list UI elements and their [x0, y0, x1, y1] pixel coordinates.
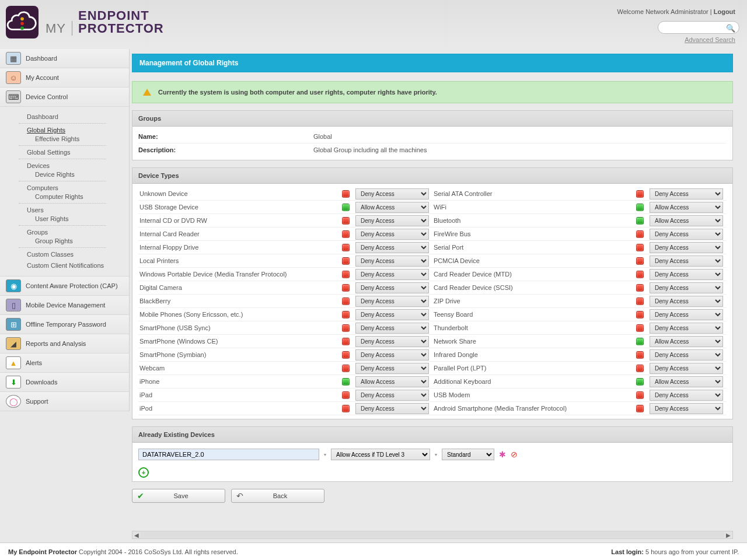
status-deny-icon — [342, 405, 350, 412]
add-device-button[interactable]: + — [138, 467, 149, 478]
sidebar-item-cap[interactable]: ◉Content Aware Protection (CAP) — [0, 276, 129, 296]
subnav-computers[interactable]: Computers — [27, 184, 58, 191]
back-button[interactable]: ↶Back — [231, 489, 324, 503]
device-access-select[interactable]: Allow Access — [650, 336, 723, 347]
subnav-global-rights[interactable]: Global Rights — [27, 127, 65, 134]
device-type-row: Infrared DongleDeny Access — [432, 348, 727, 362]
existing-device-name-input[interactable] — [138, 449, 319, 460]
device-access-select[interactable]: Deny Access — [355, 229, 429, 240]
device-access-select[interactable]: Deny Access — [355, 282, 429, 293]
device-access-select[interactable]: Deny Access — [355, 336, 429, 347]
logout-link[interactable]: Logout — [714, 8, 735, 15]
sidebar-item-otp[interactable]: ⊞Offline Temporary Password — [0, 315, 129, 334]
device-access-select[interactable]: Allow Access — [650, 376, 723, 387]
status-deny-icon — [342, 284, 350, 292]
device-access-select[interactable]: Deny Access — [355, 296, 429, 307]
subnav-dashboard[interactable]: Dashboard — [27, 113, 58, 120]
subnav-custom-classes[interactable]: Custom Classes — [27, 251, 74, 258]
device-access-select[interactable]: Deny Access — [355, 390, 429, 401]
download-icon: ⬇ — [6, 376, 21, 388]
subnav-users[interactable]: Users — [27, 206, 44, 214]
sidebar-item-device-control[interactable]: ⌨Device Control — [0, 88, 129, 107]
device-type-row: Internal Card ReaderDeny Access — [138, 228, 432, 241]
svg-point-2 — [20, 27, 24, 30]
device-access-select[interactable]: Deny Access — [650, 188, 723, 200]
device-access-select[interactable]: Allow Access — [650, 215, 723, 226]
device-access-select[interactable]: Deny Access — [355, 269, 429, 280]
alert-icon: ▲ — [6, 356, 21, 369]
group-desc-label: Description: — [138, 146, 313, 153]
existing-access-select[interactable]: Allow Access if TD Level 3 — [331, 449, 430, 460]
device-type-row: Serial ATA ControllerDeny Access — [432, 187, 727, 201]
device-access-select[interactable]: Deny Access — [650, 296, 723, 307]
horizontal-scrollbar[interactable]: ◀ ▶ — [132, 531, 733, 539]
device-access-select[interactable]: Deny Access — [650, 403, 723, 414]
device-type-label: Additional Keyboard — [432, 378, 636, 385]
device-access-select[interactable]: Deny Access — [650, 349, 723, 360]
device-type-label: Mobile Phones (Sony Ericsson, etc.) — [138, 311, 342, 318]
device-type-label: Internal CD or DVD RW — [138, 217, 342, 224]
search-icon[interactable]: 🔍 — [726, 24, 735, 33]
scroll-left-icon[interactable]: ◀ — [132, 532, 141, 538]
device-types-title: Device Types — [132, 168, 732, 184]
device-access-select[interactable]: Deny Access — [355, 403, 429, 414]
existing-mode-select[interactable]: Standard — [442, 449, 494, 460]
device-access-select[interactable]: Deny Access — [355, 323, 429, 334]
sidebar-item-reports[interactable]: ◢Reports and Analysis — [0, 334, 129, 354]
device-type-label: SmartPhone (Symbian) — [138, 351, 342, 358]
device-access-select[interactable]: Deny Access — [650, 363, 723, 374]
svg-point-1 — [20, 22, 24, 26]
device-access-select[interactable]: Deny Access — [355, 309, 429, 320]
device-type-row: Digital CameraDeny Access — [138, 281, 432, 295]
device-access-select[interactable]: Deny Access — [650, 269, 723, 280]
device-access-select[interactable]: Deny Access — [650, 323, 723, 334]
device-access-select[interactable]: Deny Access — [355, 188, 429, 200]
status-deny-icon — [636, 365, 644, 372]
device-access-select[interactable]: Deny Access — [650, 309, 723, 320]
device-access-select[interactable]: Allow Access — [650, 202, 723, 213]
disconnect-icon[interactable]: ✱ — [499, 450, 506, 459]
subnav-devices[interactable]: Devices — [27, 162, 50, 169]
sidebar-item-alerts[interactable]: ▲Alerts — [0, 354, 129, 373]
device-access-select[interactable]: Deny Access — [650, 256, 723, 267]
device-type-row: WebcamDeny Access — [138, 362, 432, 375]
sidebar-item-dashboard[interactable]: ▦Dashboard — [0, 49, 129, 68]
device-access-select[interactable]: Deny Access — [650, 229, 723, 240]
sidebar-item-mdm[interactable]: ▯Mobile Device Management — [0, 296, 129, 315]
notice-banner: Currently the system is using both compu… — [132, 81, 733, 103]
subnav-global-settings[interactable]: Global Settings — [27, 149, 71, 156]
subnav-computer-rights[interactable]: Computer Rights — [35, 193, 83, 200]
sidebar-item-support[interactable]: ◯Support — [0, 392, 129, 411]
device-access-select[interactable]: Deny Access — [355, 242, 429, 253]
device-access-select[interactable]: Deny Access — [650, 242, 723, 253]
device-type-label: Internal Floppy Drive — [138, 244, 342, 251]
status-deny-icon — [636, 311, 644, 318]
device-type-row: SmartPhone (USB Sync)Deny Access — [138, 321, 432, 335]
header: MYENDPOINTPROTECTOR Welcome Network Admi… — [0, 0, 747, 47]
device-access-select[interactable]: Allow Access — [355, 376, 429, 387]
device-access-select[interactable]: Deny Access — [355, 256, 429, 267]
subnav-effective-rights[interactable]: Effective Rights — [35, 135, 79, 142]
group-name-value: Global — [313, 133, 332, 140]
scroll-right-icon[interactable]: ▶ — [724, 532, 732, 538]
subnav-user-rights[interactable]: User Rights — [35, 215, 68, 222]
device-access-select[interactable]: Deny Access — [355, 363, 429, 374]
sidebar-item-downloads[interactable]: ⬇Downloads — [0, 373, 129, 392]
device-access-select[interactable]: Allow Access — [355, 202, 429, 213]
device-access-select[interactable]: Deny Access — [355, 349, 429, 360]
subnav-group-rights[interactable]: Group Rights — [35, 237, 73, 244]
subnav-custom-notifications[interactable]: Custom Client Notifications — [27, 262, 104, 269]
sidebar-item-my-account[interactable]: ☺My Account — [0, 68, 129, 88]
device-type-row: Windows Portable Device (Media Transfer … — [138, 268, 432, 281]
delete-icon[interactable]: ⊘ — [511, 450, 518, 459]
advanced-search-link[interactable]: Advanced Search — [617, 36, 735, 43]
subnav-device-rights[interactable]: Device Rights — [35, 171, 75, 178]
device-access-select[interactable]: Deny Access — [355, 215, 429, 226]
device-type-row: Internal Floppy DriveDeny Access — [138, 241, 432, 254]
device-type-row: WiFiAllow Access — [432, 201, 727, 214]
save-button[interactable]: ✔Save — [132, 489, 225, 503]
device-access-select[interactable]: Deny Access — [650, 282, 723, 293]
subnav-groups[interactable]: Groups — [27, 229, 48, 236]
device-access-select[interactable]: Deny Access — [650, 390, 723, 401]
device-type-row: iPhoneAllow Access — [138, 375, 432, 388]
